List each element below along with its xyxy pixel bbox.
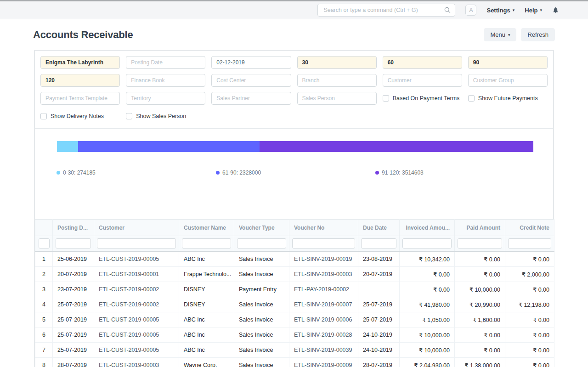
cell[interactable]: ETL-SINV-2019-00007: [289, 297, 358, 312]
chevron-down-icon: ▾: [508, 33, 510, 37]
cell: Frappe Technolo...: [179, 267, 234, 282]
cell[interactable]: ETL-CUST-2019-00001: [94, 267, 179, 282]
cell: ₹ 2,04,930.00: [400, 358, 455, 367]
filter-report-date[interactable]: 02-12-2019: [211, 56, 291, 69]
cell[interactable]: ETL-CUST-2019-00003: [94, 358, 179, 367]
filter-branch[interactable]: Branch: [297, 74, 377, 87]
filter-range2[interactable]: 60: [383, 56, 462, 69]
filter-company[interactable]: Enigma The Labyrinth: [40, 56, 120, 69]
column-filter-input[interactable]: [402, 238, 452, 248]
checkbox-based-on-payment-terms[interactable]: Based On Payment Terms: [383, 92, 462, 105]
legend-dot-icon: [375, 171, 379, 175]
cell[interactable]: ETL-SINV-2019-00003: [289, 267, 358, 282]
cell: 24-10-2019: [358, 327, 400, 343]
column-filter-cell: [289, 236, 358, 252]
column-filter-input[interactable]: [458, 238, 502, 248]
refresh-button[interactable]: Refresh: [521, 28, 555, 41]
column-filter-input[interactable]: [292, 238, 355, 248]
column-header-posting-d[interactable]: Posting D...: [53, 220, 94, 236]
filter-territory[interactable]: Territory: [126, 92, 205, 105]
cell: ₹ 41,980.00: [400, 297, 455, 312]
cell[interactable]: ETL-SINV-2019-00006: [289, 312, 358, 327]
column-header[interactable]: [35, 220, 53, 236]
filter-range4[interactable]: 120: [40, 74, 120, 87]
cell[interactable]: ETL-CUST-2019-00002: [94, 282, 179, 297]
cell[interactable]: ETL-CUST-2019-00005: [94, 327, 179, 343]
column-filter-cell: [35, 236, 53, 252]
search-input[interactable]: [317, 4, 455, 17]
settings-menu[interactable]: Settings ▾: [486, 7, 514, 14]
cell[interactable]: ETL-CUST-2019-00005: [94, 343, 179, 358]
column-header-customer[interactable]: Customer: [94, 220, 179, 236]
cell[interactable]: ETL-SINV-2019-00028: [289, 327, 358, 343]
column-filter-cell: [400, 236, 455, 252]
filter-sales-partner[interactable]: Sales Partner: [211, 92, 291, 105]
cell: ₹ 0.00: [400, 282, 455, 297]
cell[interactable]: ETL-PAY-2019-00002: [289, 282, 358, 297]
cell: 24-10-2019: [358, 343, 400, 358]
column-filter-input[interactable]: [508, 238, 551, 248]
column-filter-input[interactable]: [56, 238, 91, 248]
filter-sales-person[interactable]: Sales Person: [297, 92, 377, 105]
column-filter-input[interactable]: [182, 238, 231, 248]
filter-finance-book[interactable]: Finance Book: [126, 74, 205, 87]
avatar[interactable]: A: [465, 5, 476, 16]
cell: ₹ 12,198.00: [505, 297, 554, 312]
column-header-invoiced-amou[interactable]: Invoiced Amou...: [400, 220, 455, 236]
checkbox-label: Show Future Payments: [478, 95, 538, 102]
report-card: Enigma The LabyrinthPosting Date02-12-20…: [34, 50, 554, 367]
table-row: 828-07-2019ETL-CUST-2019-00003Wayne Corp…: [35, 358, 554, 367]
table-header-row: Posting D...CustomerCustomer NameVoucher…: [35, 220, 554, 236]
cell: 25-07-2019: [358, 297, 400, 312]
cell[interactable]: ETL-SINV-2019-00009: [289, 358, 358, 367]
column-header-customer-name[interactable]: Customer Name: [179, 220, 234, 236]
cell[interactable]: ETL-SINV-2019-00039: [289, 343, 358, 358]
checkbox-show-delivery-notes[interactable]: Show Delivery Notes: [40, 110, 120, 123]
column-filter-cell: [455, 236, 505, 252]
column-filter-cell: [53, 236, 94, 252]
global-search: [317, 4, 455, 17]
filter-payment-terms-template[interactable]: Payment Terms Template: [40, 92, 120, 105]
filter-customer-group[interactable]: Customer Group: [468, 74, 548, 87]
cell: ₹ 0.00: [505, 327, 554, 343]
filter-posting-date[interactable]: Posting Date: [126, 56, 205, 69]
column-header-voucher-type[interactable]: Voucher Type: [234, 220, 289, 236]
cell: ₹ 0.00: [505, 358, 554, 367]
help-menu[interactable]: Help ▾: [525, 7, 542, 14]
filter-range3[interactable]: 90: [468, 56, 548, 69]
checkbox-label: Based On Payment Terms: [393, 95, 460, 102]
page-header: Accounts Receivable Menu ▾ Refresh: [0, 19, 588, 50]
column-header-due-date[interactable]: Due Date: [358, 220, 400, 236]
legend-item: 61-90: 2328000: [216, 169, 375, 176]
cell: 25-07-2019: [53, 312, 94, 327]
cell[interactable]: ETL-SINV-2019-00019: [289, 252, 358, 267]
column-header-voucher-no[interactable]: Voucher No: [289, 220, 358, 236]
column-header-paid-amount[interactable]: Paid Amount: [455, 220, 505, 236]
menu-button[interactable]: Menu ▾: [484, 28, 516, 41]
column-filter-input[interactable]: [237, 238, 286, 248]
checkbox-show-sales-person[interactable]: Show Sales Person: [126, 110, 205, 123]
cell[interactable]: ETL-CUST-2019-00005: [94, 312, 179, 327]
cell[interactable]: ETL-CUST-2019-00005: [94, 252, 179, 267]
column-filter-input[interactable]: [361, 238, 396, 248]
column-filter-cell: [234, 236, 289, 252]
column-header-credit-note[interactable]: Credit Note: [505, 220, 554, 236]
stacked-bar: [57, 141, 533, 152]
cell: ₹ 0.00: [505, 312, 554, 327]
legend-label: 0-30: 274185: [63, 169, 96, 176]
filter-cost-center[interactable]: Cost Center: [211, 74, 291, 87]
filter-range1[interactable]: 30: [297, 56, 377, 69]
cell: ₹ 0.00: [455, 343, 505, 358]
cell: 25-07-2019: [53, 343, 94, 358]
cell: Sales Invoice: [234, 358, 289, 367]
column-filter-input[interactable]: [39, 238, 50, 248]
cell: ₹ 0.00: [505, 282, 554, 297]
cell: 28-07-2019: [358, 358, 400, 367]
checkbox-show-future-payments[interactable]: Show Future Payments: [468, 92, 548, 105]
legend-item: 91-120: 3514603: [375, 169, 535, 176]
column-filter-input[interactable]: [97, 238, 176, 248]
legend-label: 61-90: 2328000: [222, 169, 261, 176]
bell-icon[interactable]: [552, 6, 559, 14]
cell[interactable]: ETL-CUST-2019-00002: [94, 297, 179, 312]
filter-customer[interactable]: Customer: [383, 74, 462, 87]
